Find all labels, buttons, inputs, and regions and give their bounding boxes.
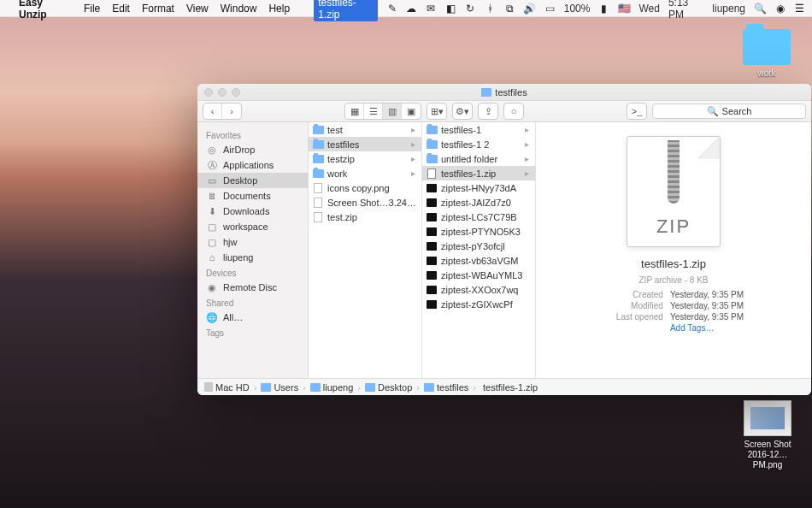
zipper-icon bbox=[668, 140, 680, 204]
arrange-button[interactable]: ⊞▾ bbox=[427, 103, 446, 119]
file-row[interactable]: test.zip bbox=[309, 210, 421, 224]
chevron-right-icon: › bbox=[472, 382, 477, 393]
action-button[interactable]: ⚙▾ bbox=[453, 103, 472, 119]
app-menu[interactable]: Easy Unzip bbox=[19, 0, 72, 21]
file-name: test bbox=[327, 125, 408, 135]
menu-view[interactable]: View bbox=[186, 3, 209, 15]
file-row[interactable]: ziptest-pY3ofcjl bbox=[422, 239, 535, 253]
file-row[interactable]: testfiles-1▸ bbox=[422, 122, 535, 137]
menu-window[interactable]: Window bbox=[221, 3, 257, 15]
file-row[interactable]: ziptest-WBAuYML3 bbox=[422, 268, 535, 282]
file-row[interactable]: ziptest-LCs7C79B bbox=[422, 210, 535, 224]
path-item[interactable]: Users bbox=[261, 382, 298, 393]
sidebar-item-downloads[interactable]: ⬇Downloads bbox=[197, 204, 308, 219]
file-row[interactable]: testfiles-1 2▸ bbox=[422, 137, 535, 151]
sidebar-item-remote-disc[interactable]: ◉Remote Disc bbox=[197, 280, 308, 295]
desktop-folder-work[interactable]: work bbox=[737, 29, 797, 79]
volume-icon[interactable]: 🔊 bbox=[524, 3, 536, 15]
file-row[interactable]: ziptest-JAIZd7z0 bbox=[422, 195, 535, 210]
path-button[interactable]: >_ bbox=[627, 103, 646, 119]
file-row[interactable]: ziptest-zGIXwcPf bbox=[422, 297, 535, 311]
column-view-button[interactable]: ▥ bbox=[383, 103, 402, 119]
file-icon bbox=[314, 183, 322, 193]
search-input[interactable]: 🔍 Search bbox=[652, 103, 806, 119]
file-row[interactable]: test▸ bbox=[309, 122, 421, 137]
folder-icon bbox=[310, 383, 321, 392]
app-badge[interactable]: testfiles-1.zip bbox=[314, 0, 378, 21]
notification-center-icon[interactable]: ☰ bbox=[794, 3, 805, 15]
sidebar-icon: 🌐 bbox=[206, 312, 218, 322]
display-icon[interactable]: ▭ bbox=[544, 3, 556, 15]
file-row[interactable]: testfiles-1.zip▸ bbox=[422, 166, 535, 180]
minimize-button[interactable] bbox=[218, 88, 227, 97]
sidebar-item-documents[interactable]: 🗎Documents bbox=[197, 188, 308, 204]
file-name: ziptest-zGIXwcPf bbox=[441, 299, 532, 310]
search-icon: 🔍 bbox=[707, 106, 719, 117]
desktop-item-label: work bbox=[737, 68, 797, 79]
clock-time[interactable]: 5:13 PM bbox=[668, 0, 703, 21]
file-row[interactable]: ziptest-XXOox7wq bbox=[422, 282, 535, 297]
sidebar-icon: ▢ bbox=[206, 237, 218, 247]
sidebar-heading: Devices bbox=[197, 265, 308, 280]
folder-icon bbox=[313, 169, 324, 178]
file-row[interactable]: ziptest-HNyy73dA bbox=[422, 180, 535, 195]
gallery-view-button[interactable]: ▣ bbox=[402, 103, 421, 119]
sidebar-item-desktop[interactable]: ▭Desktop bbox=[197, 173, 308, 188]
file-name: untitled folder bbox=[441, 154, 521, 164]
user-name[interactable]: liupeng bbox=[712, 3, 745, 15]
path-item[interactable]: testfiles-1.zip bbox=[480, 382, 538, 393]
tags-button[interactable]: ○ bbox=[504, 103, 523, 119]
add-tags-link[interactable]: Add Tags… bbox=[670, 323, 744, 333]
evernote-icon[interactable]: ✎ bbox=[386, 3, 397, 15]
sync-icon[interactable]: ↻ bbox=[465, 3, 476, 15]
spotlight-icon[interactable]: 🔍 bbox=[754, 3, 766, 15]
menu-help[interactable]: Help bbox=[268, 3, 290, 15]
siri-icon[interactable]: ◉ bbox=[774, 3, 786, 15]
menu-format[interactable]: Format bbox=[142, 3, 174, 15]
sidebar-icon: ◎ bbox=[206, 145, 218, 155]
sidebar-item-workspace[interactable]: ▢workspace bbox=[197, 219, 308, 234]
file-row[interactable]: Screen Shot…3.24 PM.png bbox=[309, 195, 421, 210]
clock-day[interactable]: Wed bbox=[638, 3, 659, 15]
sidebar-item-label: AirDrop bbox=[223, 145, 255, 155]
stacks-icon[interactable]: ◧ bbox=[445, 3, 456, 15]
flag-icon[interactable]: 🇺🇸 bbox=[618, 3, 630, 15]
file-row[interactable]: icons copy.png bbox=[309, 180, 421, 195]
file-row[interactable]: ziptest-vb63aVGM bbox=[422, 253, 535, 268]
share-button[interactable]: ⇪ bbox=[479, 103, 497, 119]
path-item[interactable]: Mac HD bbox=[204, 382, 250, 393]
battery-text[interactable]: 100% bbox=[564, 3, 591, 15]
sidebar-item-hjw[interactable]: ▢hjw bbox=[197, 234, 308, 250]
wifi-icon[interactable]: ⧉ bbox=[504, 3, 515, 15]
sidebar-item-all-[interactable]: 🌐All… bbox=[197, 310, 308, 325]
path-item[interactable]: liupeng bbox=[310, 382, 353, 393]
zoom-button[interactable] bbox=[232, 88, 240, 97]
menu-edit[interactable]: Edit bbox=[112, 3, 130, 15]
forward-button[interactable]: › bbox=[222, 103, 241, 119]
image-icon bbox=[744, 400, 791, 436]
sidebar-item-liupeng[interactable]: ⌂liupeng bbox=[197, 250, 308, 265]
sidebar-item-applications[interactable]: ⒶApplications bbox=[197, 157, 308, 173]
file-name: test.zip bbox=[327, 212, 418, 222]
path-item[interactable]: testfiles bbox=[424, 382, 468, 393]
file-row[interactable]: untitled folder▸ bbox=[422, 151, 535, 166]
file-row[interactable]: work▸ bbox=[309, 166, 421, 180]
close-button[interactable] bbox=[204, 88, 213, 97]
path-item[interactable]: Desktop bbox=[365, 382, 412, 393]
list-view-button[interactable]: ☰ bbox=[364, 103, 383, 119]
titlebar[interactable]: testfiles bbox=[197, 84, 811, 101]
icon-view-button[interactable]: ▦ bbox=[345, 103, 364, 119]
file-row[interactable]: testfiles▸ bbox=[309, 137, 421, 151]
window-title: testfiles bbox=[481, 87, 527, 97]
desktop-screenshot[interactable]: Screen Shot 2016-12…PM.png bbox=[733, 400, 802, 470]
sidebar-item-airdrop[interactable]: ◎AirDrop bbox=[197, 142, 308, 157]
battery-icon[interactable]: ▮ bbox=[598, 3, 609, 15]
back-button[interactable]: ‹ bbox=[203, 103, 222, 119]
view-buttons: ▦ ☰ ▥ ▣ bbox=[344, 103, 421, 120]
file-row[interactable]: testzip▸ bbox=[309, 151, 421, 166]
menu-file[interactable]: File bbox=[84, 3, 100, 15]
file-row[interactable]: ziptest-PTYNO5K3 bbox=[422, 224, 535, 239]
wechat-icon[interactable]: ✉ bbox=[426, 3, 437, 15]
cloud-icon[interactable]: ☁ bbox=[406, 3, 417, 15]
bluetooth-icon[interactable]: ᚼ bbox=[485, 3, 496, 15]
